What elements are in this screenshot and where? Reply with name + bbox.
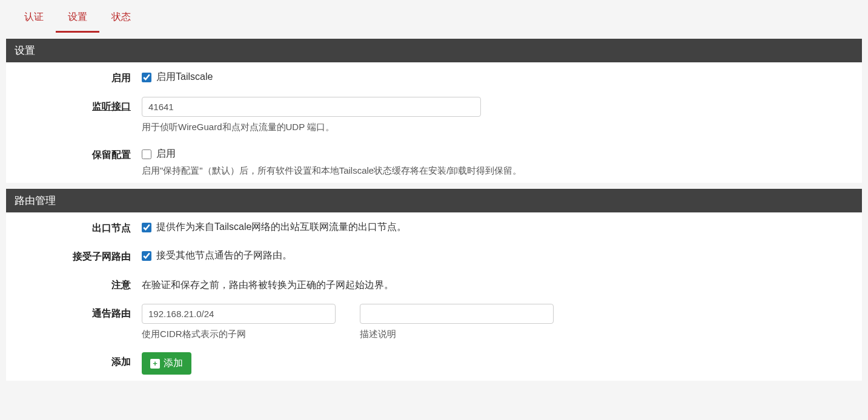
label-notice: 注意 (15, 275, 142, 292)
input-advertise-desc[interactable] (360, 304, 554, 324)
row-notice: 注意 在验证和保存之前，路由将被转换为正确的子网起始边界。 (6, 269, 862, 298)
add-button[interactable]: + 添加 (142, 352, 191, 375)
row-exit-node: 出口节点 提供作为来自Tailscale网络的出站互联网流量的出口节点。 (6, 212, 862, 241)
checkbox-keep-config-text: 启用 (156, 148, 176, 160)
checkbox-exit-node-text: 提供作为来自Tailscale网络的出站互联网流量的出口节点。 (156, 221, 406, 234)
checkbox-accept-subnet-text: 接受其他节点通告的子网路由。 (156, 249, 292, 262)
tab-status[interactable]: 状态 (99, 5, 143, 33)
section-settings: 设置 启用 启用Tailscale 监听接口 用于侦听WireGuard和点对点… (6, 39, 862, 183)
tab-auth[interactable]: 认证 (12, 5, 56, 33)
label-accept-subnet: 接受子网路由 (15, 247, 142, 263)
label-advertise: 通告路由 (15, 304, 142, 320)
section-routing-header: 路由管理 (6, 189, 862, 212)
row-enable: 启用 启用Tailscale (6, 62, 862, 91)
tab-bar: 认证 设置 状态 (0, 5, 868, 33)
row-keep-config: 保留配置 启用 启用"保持配置"（默认）后，所有软件设置和本地Tailscale… (6, 139, 862, 183)
plus-icon: + (150, 359, 160, 369)
help-listen-port: 用于侦听WireGuard和点对点流量的UDP 端口。 (142, 122, 853, 133)
section-settings-header: 设置 (6, 39, 862, 62)
row-advertise: 通告路由 使用CIDR格式表示的子网 描述说明 (6, 298, 862, 346)
row-listen-port: 监听接口 用于侦听WireGuard和点对点流量的UDP 端口。 (6, 91, 862, 139)
checkbox-accept-subnet[interactable] (142, 251, 151, 261)
notice-text: 在验证和保存之前，路由将被转换为正确的子网起始边界。 (142, 275, 853, 292)
label-exit-node: 出口节点 (15, 218, 142, 235)
checkbox-enable-text: 启用Tailscale (156, 71, 213, 84)
checkbox-keep-config[interactable] (142, 149, 151, 159)
help-advertise-desc: 描述说明 (360, 329, 554, 340)
row-accept-subnet: 接受子网路由 接受其他节点通告的子网路由。 (6, 241, 862, 269)
input-advertise-subnet[interactable] (142, 304, 336, 324)
add-button-text: 添加 (164, 357, 183, 370)
help-advertise-subnet: 使用CIDR格式表示的子网 (142, 329, 336, 340)
input-listen-port[interactable] (142, 97, 481, 117)
checkbox-enable[interactable] (142, 73, 151, 82)
help-keep-config: 启用"保持配置"（默认）后，所有软件设置和本地Tailscale状态缓存将在安装… (142, 165, 853, 177)
label-add: 添加 (15, 352, 142, 369)
label-enable: 启用 (15, 68, 142, 85)
label-listen-port: 监听接口 (15, 97, 142, 113)
section-routing: 路由管理 出口节点 提供作为来自Tailscale网络的出站互联网流量的出口节点… (6, 189, 862, 381)
row-add: 添加 + 添加 (6, 346, 862, 381)
checkbox-exit-node[interactable] (142, 223, 151, 232)
tab-settings[interactable]: 设置 (56, 5, 99, 33)
label-keep-config: 保留配置 (15, 145, 142, 162)
